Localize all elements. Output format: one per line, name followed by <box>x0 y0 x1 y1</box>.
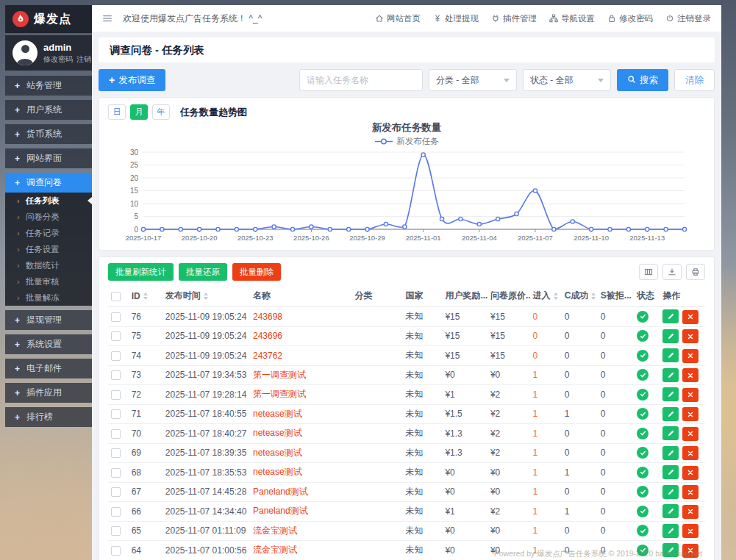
sidebar-subitem-2[interactable]: ›任务记录 <box>5 225 92 241</box>
task-name-link[interactable]: 第一调查测试 <box>253 389 306 399</box>
select-all-checkbox[interactable] <box>111 292 121 301</box>
sidebar-subitem-0[interactable]: ›任务列表 <box>5 193 92 209</box>
row-checkbox[interactable] <box>111 468 121 478</box>
edit-button[interactable] <box>662 465 679 479</box>
edit-button[interactable] <box>662 504 679 518</box>
batch-button-1[interactable]: 批量还原 <box>179 263 227 281</box>
edit-button[interactable] <box>662 407 679 421</box>
task-name-link[interactable]: netease测试 <box>253 467 302 477</box>
nav-link-4[interactable]: 修改密码 <box>607 13 653 24</box>
edit-button[interactable] <box>662 446 679 460</box>
chart-legend[interactable]: 新发布任务 <box>108 136 705 147</box>
sort-icon[interactable] <box>143 292 148 300</box>
task-name-link[interactable]: netease测试 <box>253 448 302 458</box>
column-header-success[interactable]: C成功 <box>562 287 598 307</box>
task-name-link[interactable]: 243696 <box>253 331 282 341</box>
sort-icon[interactable] <box>554 292 558 300</box>
export-button[interactable] <box>662 264 682 280</box>
row-checkbox[interactable] <box>111 331 121 341</box>
nav-link-2[interactable]: 插件管理 <box>491 13 537 24</box>
task-name-link[interactable]: 243762 <box>253 351 282 361</box>
status-select[interactable]: 状态 - 全部 <box>523 69 611 91</box>
sidebar-subitem-5[interactable]: ›批量审核 <box>5 273 92 290</box>
edit-button[interactable] <box>662 309 679 323</box>
sidebar-subitem-1[interactable]: ›问卷分类 <box>5 209 92 225</box>
row-checkbox[interactable] <box>111 429 121 439</box>
sidebar-item-6[interactable]: +系统设置 <box>5 334 92 354</box>
logo[interactable]: 爆发点 <box>5 5 92 33</box>
sidebar-item-9[interactable]: +排行榜 <box>5 407 92 427</box>
logout-link[interactable]: 注销 <box>76 54 91 65</box>
clear-button[interactable]: 清除 <box>674 69 715 91</box>
delete-button[interactable] <box>682 446 699 460</box>
task-name-link[interactable]: 流金宝测试 <box>253 545 297 555</box>
sidebar-item-0[interactable]: +站务管理 <box>5 76 92 96</box>
sidebar-item-4[interactable]: +调查问卷 <box>5 173 92 193</box>
sidebar-item-3[interactable]: +网站界面 <box>5 148 92 168</box>
category-select[interactable]: 分类 - 全部 <box>429 69 517 91</box>
task-name-link[interactable]: netease测试 <box>253 409 302 419</box>
nav-link-0[interactable]: 网站首页 <box>375 13 421 24</box>
delete-button[interactable] <box>682 368 699 382</box>
row-checkbox[interactable] <box>111 351 121 361</box>
delete-button[interactable] <box>682 485 699 499</box>
task-name-input[interactable] <box>299 69 423 91</box>
task-name-link[interactable]: 流金宝测试 <box>253 525 297 536</box>
avatar[interactable] <box>12 40 37 65</box>
sidebar-item-2[interactable]: +货币系统 <box>5 124 92 144</box>
edit-button[interactable] <box>662 348 679 362</box>
sort-icon[interactable] <box>204 292 208 300</box>
sidebar-subitem-4[interactable]: ›数据统计 <box>5 257 92 273</box>
row-checkbox[interactable] <box>111 526 121 536</box>
delete-button[interactable] <box>682 349 699 363</box>
column-header-enter[interactable]: 进入 <box>530 287 562 307</box>
sidebar-item-1[interactable]: +用户系统 <box>5 100 92 120</box>
range-button-2[interactable]: 年 <box>152 104 170 120</box>
delete-button[interactable] <box>682 329 699 343</box>
print-button[interactable] <box>686 264 705 280</box>
sidebar-item-5[interactable]: +提现管理 <box>5 310 92 330</box>
delete-button[interactable] <box>682 466 699 480</box>
column-header-rejected[interactable]: S被拒... <box>598 287 634 307</box>
column-header-price[interactable]: 问卷原价... <box>487 287 530 307</box>
delete-button[interactable] <box>682 407 699 421</box>
row-checkbox[interactable] <box>111 370 121 380</box>
edit-button[interactable] <box>662 524 679 538</box>
task-name-link[interactable]: 243698 <box>253 312 282 322</box>
publish-survey-button[interactable]: + 发布调查 <box>99 69 165 91</box>
sidebar-item-7[interactable]: +电子邮件 <box>5 359 92 378</box>
nav-link-3[interactable]: 导航设置 <box>549 13 595 24</box>
task-name-link[interactable]: Paneland测试 <box>253 506 308 516</box>
task-name-link[interactable]: Paneland测试 <box>253 487 308 497</box>
delete-button[interactable] <box>682 505 699 519</box>
edit-button[interactable] <box>662 368 679 382</box>
sidebar-item-8[interactable]: +插件应用 <box>5 383 92 403</box>
batch-button-0[interactable]: 批量刷新统计 <box>108 263 174 281</box>
search-button[interactable]: 搜索 <box>617 69 668 91</box>
sidebar-subitem-6[interactable]: ›批量解冻 <box>5 290 92 306</box>
delete-button[interactable] <box>682 310 699 324</box>
task-name-link[interactable]: 第一调查测试 <box>253 370 306 380</box>
delete-button[interactable] <box>682 524 699 538</box>
row-checkbox[interactable] <box>111 312 121 322</box>
column-header-time[interactable]: 发布时间 <box>162 287 250 307</box>
columns-button[interactable] <box>639 264 658 280</box>
edit-button[interactable] <box>662 329 679 343</box>
row-checkbox[interactable] <box>111 390 121 400</box>
edit-button[interactable] <box>662 426 679 440</box>
row-checkbox[interactable] <box>111 546 121 556</box>
sidebar-subitem-3[interactable]: ›任务设置 <box>5 241 92 257</box>
batch-button-2[interactable]: 批量删除 <box>232 263 281 281</box>
nav-link-5[interactable]: 注销登录 <box>665 13 711 24</box>
row-checkbox[interactable] <box>111 487 121 497</box>
row-checkbox[interactable] <box>111 448 121 458</box>
delete-button[interactable] <box>682 388 699 402</box>
column-header-reward[interactable]: 用户奖励... <box>442 287 487 307</box>
task-name-link[interactable]: netease测试 <box>253 428 302 438</box>
range-button-1[interactable]: 月 <box>130 104 148 120</box>
menu-toggle-icon[interactable] <box>102 13 112 24</box>
range-button-0[interactable]: 日 <box>108 104 126 120</box>
nav-link-1[interactable]: 处理提现 <box>433 13 479 24</box>
row-checkbox[interactable] <box>111 409 121 419</box>
change-password-link[interactable]: 修改密码 <box>43 54 73 65</box>
